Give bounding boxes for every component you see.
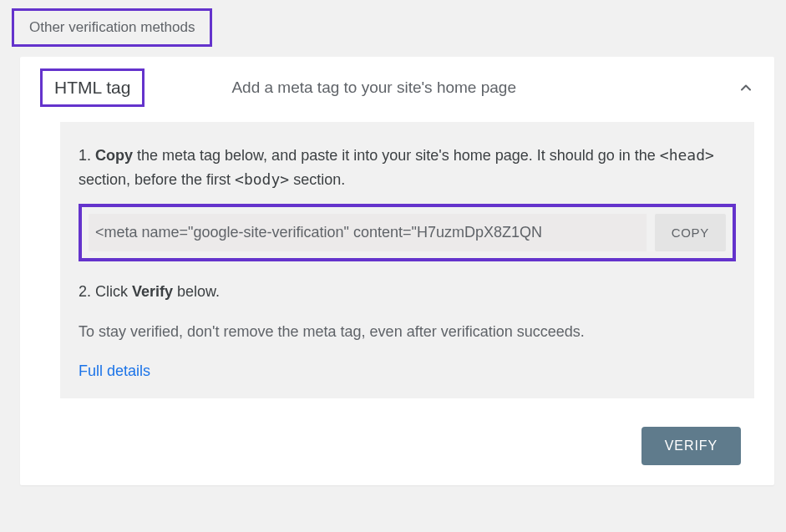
step1-text-b: section, before the first <box>79 171 235 188</box>
full-details-link[interactable]: Full details <box>79 362 150 380</box>
step-2: 2. Click Verify below. <box>79 280 736 304</box>
footer-actions: VERIFY <box>20 418 774 485</box>
method-name: HTML tag <box>40 68 145 107</box>
section-header-text: Other verification methods <box>29 19 195 35</box>
copy-button[interactable]: COPY <box>655 214 726 251</box>
method-name-text: HTML tag <box>54 78 130 97</box>
step1-prefix: 1. <box>79 147 95 164</box>
method-description: Add a meta tag to your site's home page <box>231 79 724 97</box>
step1-text-c: section. <box>289 171 345 188</box>
meta-tag-row: COPY <box>79 204 736 261</box>
step1-bold: Copy <box>95 147 133 164</box>
verification-method-card: HTML tag Add a meta tag to your site's h… <box>20 57 774 485</box>
verify-button[interactable]: VERIFY <box>641 427 741 465</box>
step2-bold: Verify <box>132 283 173 300</box>
accordion-body: 1. Copy the meta tag below, and paste it… <box>60 122 754 398</box>
head-code: <head> <box>660 146 714 164</box>
step-1: 1. Copy the meta tag below, and paste it… <box>79 144 736 192</box>
accordion-header[interactable]: HTML tag Add a meta tag to your site's h… <box>20 57 774 122</box>
meta-tag-input[interactable] <box>89 214 647 251</box>
verification-note: To stay verified, don't remove the meta … <box>79 320 736 344</box>
body-code: <body> <box>235 170 289 188</box>
step2-prefix: 2. Click <box>79 283 132 300</box>
step2-text: below. <box>173 283 220 300</box>
section-header: Other verification methods <box>12 8 212 47</box>
chevron-up-icon <box>738 79 754 96</box>
step1-text-a: the meta tag below, and paste it into yo… <box>133 147 660 164</box>
